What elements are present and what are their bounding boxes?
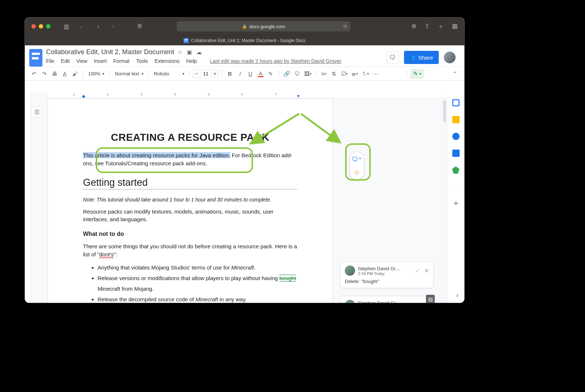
account-avatar[interactable] (444, 52, 456, 63)
address-bar[interactable]: 🔒 docs.google.com ⟳ (177, 21, 350, 31)
document-page[interactable]: CREATING A RESOURCE PACK This article is… (48, 98, 333, 303)
shield-icon[interactable]: ⛨ (135, 22, 145, 30)
paint-format-button[interactable]: 🖌 (70, 69, 80, 79)
horizontal-ruler: 1 2 3 4 5 6 7 ◆ ▼ (48, 93, 447, 98)
undo-button[interactable]: ↶ (29, 69, 39, 79)
paragraph-style-select[interactable]: Normal text▾ (113, 69, 145, 79)
tab-group-dropdown[interactable]: ⌄ (76, 22, 86, 30)
forward-button[interactable]: › (108, 22, 118, 30)
menu-help[interactable]: Help (186, 58, 197, 64)
maps-app-icon[interactable] (452, 166, 460, 174)
get-addons-button[interactable]: ＋ (452, 197, 460, 208)
selected-text[interactable]: This article is about creating resource … (83, 152, 230, 158)
vertical-ruler (25, 93, 31, 303)
suggestion-body: Delete: "bought" (345, 279, 429, 284)
calendar-app-icon[interactable] (452, 99, 460, 106)
maximize-window-button[interactable] (46, 24, 50, 29)
contacts-app-icon[interactable] (452, 150, 460, 157)
indent-left-marker[interactable]: ◆ (82, 94, 85, 99)
docs-logo-icon[interactable] (29, 49, 42, 67)
doc-heading-title: CREATING A RESOURCE PACK (83, 132, 297, 143)
reject-suggestion-button[interactable]: ✕ (424, 267, 429, 274)
url-host: docs.google.com (249, 24, 285, 29)
outline-toggle-button[interactable]: ☰ (31, 106, 42, 117)
document-title[interactable]: Collaborative Edit, Unit 2, Master Docum… (46, 48, 174, 56)
font-family-select[interactable]: Roboto▾ (152, 69, 186, 79)
move-folder-icon[interactable]: ▣ (187, 49, 192, 56)
comment-history-button[interactable]: 🗨 (386, 51, 399, 64)
tab-title[interactable]: Collaborative Edit, Unit 2, Master Docum… (191, 38, 305, 43)
menu-file[interactable]: File (46, 58, 54, 64)
tasks-app-icon[interactable] (452, 133, 460, 140)
ruler-tick: 1 (73, 93, 75, 96)
suggestion-more-button[interactable]: ▤ (426, 295, 435, 303)
text-color-button[interactable]: A (256, 69, 265, 79)
font-size-increase[interactable]: + (211, 71, 219, 77)
selection-action-pill: 🗨⁺ ☺ (350, 152, 364, 180)
highlight-color-button[interactable]: ✎ (266, 69, 276, 79)
hide-sidepanel-button[interactable]: › (456, 291, 458, 299)
ruler-tick: 3 (140, 93, 142, 96)
bulleted-list-button[interactable]: ≣▾ (350, 69, 359, 79)
numbered-list-button[interactable]: ⒈▾ (360, 69, 370, 79)
menu-edit[interactable]: Edit (61, 58, 70, 64)
suggestion-author: Stephen David Gr… (358, 266, 400, 271)
menu-view[interactable]: View (76, 58, 87, 64)
tabs-overview-icon[interactable]: ▦ (452, 22, 458, 31)
keep-app-icon[interactable] (452, 116, 460, 123)
menu-insert[interactable]: Insert (94, 58, 107, 64)
browser-tabbar: Collaborative Edit, Unit 2, Master Docum… (25, 35, 464, 45)
menu-extensions[interactable]: Extensions (155, 58, 180, 64)
insert-link-button[interactable]: 🔗 (282, 69, 292, 79)
workspace: 1 2 3 4 5 6 7 ◆ ▼ ☰ CREATING A RESOURCE … (25, 93, 447, 303)
underline-button[interactable]: U (246, 69, 255, 79)
add-emoji-reaction-icon[interactable]: ☺ (354, 169, 360, 176)
suggestion-avatar (345, 300, 355, 303)
menu-format[interactable]: Format (113, 58, 129, 64)
new-tab-icon[interactable]: ＋ (438, 22, 444, 31)
italic-button[interactable]: I (235, 69, 245, 79)
close-window-button[interactable] (31, 24, 36, 29)
downloads-icon[interactable]: ⊕ (411, 22, 416, 31)
share-button[interactable]: 👥 Share (404, 51, 439, 64)
suggestion-card[interactable]: Stephen David Gr… 2:24 PM Today ✓ ✕ Dele… (340, 261, 434, 288)
back-button[interactable]: ‹ (94, 22, 103, 30)
donts-list: Anything that violates Mojang Studios' t… (98, 262, 297, 303)
indent-right-marker[interactable]: ▼ (296, 94, 301, 99)
line-spacing-button[interactable]: ⇅ (329, 69, 339, 79)
bold-button[interactable]: B (225, 69, 235, 79)
more-tools-button[interactable]: ⋯ (371, 69, 381, 79)
font-size-decrease[interactable]: − (193, 71, 200, 77)
accept-suggestion-button[interactable]: ✓ (415, 267, 420, 274)
suggestion-deleted-text[interactable]: bought (279, 275, 296, 282)
suggestion-card[interactable]: ▤ Stephen David Gr… 2:24 PM Today ✓ ✕ (340, 296, 434, 303)
font-size-control: − 11 + (193, 69, 219, 78)
font-size-value[interactable]: 11 (200, 70, 211, 78)
zoom-select[interactable]: 100%▾ (86, 69, 106, 79)
editing-mode-button[interactable]: ✎▾ (410, 69, 424, 79)
spellcheck-button[interactable]: A (60, 69, 69, 79)
redo-button[interactable]: ↷ (39, 69, 49, 79)
vertical-scrollbar[interactable] (443, 100, 446, 122)
insert-comment-button[interactable]: 🗩 (292, 69, 302, 79)
suggestion-time: 2:24 PM Today (358, 271, 400, 276)
menu-bar: File Edit View Insert Format Tools Exten… (46, 58, 386, 64)
align-button[interactable]: ≡▾ (319, 69, 329, 79)
edit-history-link[interactable]: Last edit was made 2 hours ago by Stephe… (210, 58, 341, 64)
share-icon[interactable]: ⇪ (424, 22, 430, 31)
spelling-error[interactable]: dont's (99, 251, 114, 257)
print-button[interactable]: 🖶 (50, 69, 59, 79)
insert-image-button[interactable]: 🖼▾ (303, 69, 313, 79)
menu-tools[interactable]: Tools (136, 58, 148, 64)
ruler-tick: 7 (275, 93, 277, 96)
reload-icon[interactable]: ⟳ (343, 24, 347, 29)
add-comment-icon[interactable]: 🗨⁺ (352, 155, 362, 163)
minimize-window-button[interactable] (39, 24, 43, 29)
accept-suggestion-button[interactable]: ✓ (415, 302, 420, 303)
checklist-button[interactable]: ☑▾ (340, 69, 349, 79)
star-icon[interactable]: ☆ (178, 49, 182, 56)
collapse-toolbar-button[interactable]: ⌃ (450, 69, 460, 79)
cloud-status-icon[interactable]: ☁ (196, 49, 202, 56)
donts-intro: There are some things that you should no… (83, 242, 297, 259)
sidebar-toggle-icon[interactable]: ▥ (61, 22, 71, 30)
